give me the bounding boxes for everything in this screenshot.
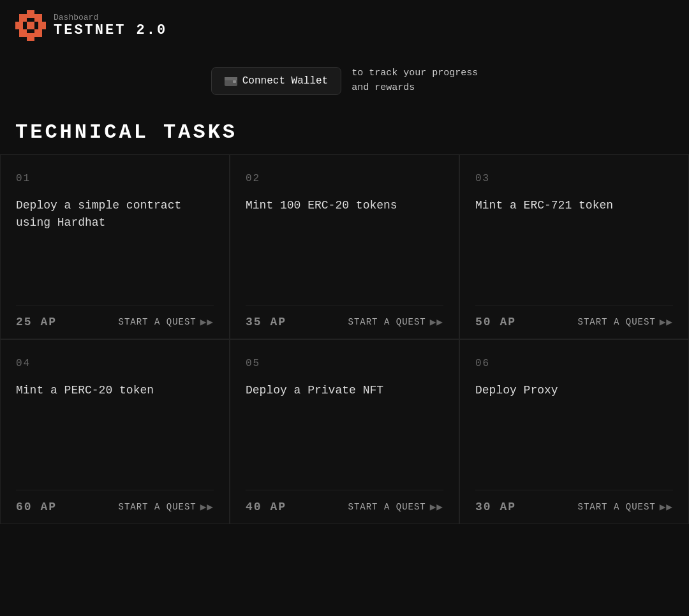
task-footer: 35 AP START A QUEST ▶▶	[246, 305, 443, 339]
svg-rect-3	[15, 22, 23, 29]
start-quest-button[interactable]: START A QUEST ▶▶	[348, 501, 443, 513]
svg-rect-5	[38, 22, 46, 29]
connect-tagline: to track your progress and rewards	[352, 66, 478, 95]
svg-rect-7	[34, 29, 42, 37]
start-quest-label: START A QUEST	[348, 502, 426, 512]
task-footer: 50 AP START A QUEST ▶▶	[475, 305, 673, 339]
connect-section: Connect Wallet to track your progress an…	[0, 51, 689, 105]
wallet-icon	[225, 76, 237, 86]
header: Dashboard TESTNET 2.0	[0, 0, 689, 51]
svg-rect-2	[34, 14, 42, 22]
logo-icon	[15, 10, 46, 41]
start-quest-button[interactable]: START A QUEST ▶▶	[119, 316, 214, 328]
task-footer: 40 AP START A QUEST ▶▶	[246, 490, 443, 524]
dashboard-label: Dashboard	[54, 13, 167, 22]
task-title: Deploy a Private NFT	[246, 382, 443, 490]
connect-wallet-button[interactable]: Connect Wallet	[211, 67, 341, 95]
svg-rect-0	[27, 10, 34, 18]
start-quest-label: START A QUEST	[119, 502, 196, 512]
task-title: Deploy Proxy	[475, 382, 673, 490]
header-text: Dashboard TESTNET 2.0	[54, 13, 167, 38]
start-quest-label: START A QUEST	[119, 317, 196, 327]
task-card-3: 03 Mint a ERC-721 token 50 AP START A QU…	[459, 154, 689, 339]
connect-wallet-label: Connect Wallet	[242, 75, 328, 87]
task-title: Mint a ERC-721 token	[475, 197, 673, 305]
task-card-5: 05 Deploy a Private NFT 40 AP START A QU…	[230, 339, 459, 524]
task-footer: 60 AP START A QUEST ▶▶	[16, 490, 214, 524]
svg-rect-10	[225, 77, 237, 80]
ap-value: 25 AP	[16, 316, 57, 328]
arrow-icon: ▶▶	[200, 501, 214, 513]
task-number: 02	[246, 173, 443, 184]
task-card-2: 02 Mint 100 ERC-20 tokens 35 AP START A …	[230, 154, 459, 339]
app-title: TESTNET 2.0	[54, 22, 167, 38]
task-card-6: 06 Deploy Proxy 30 AP START A QUEST ▶▶	[459, 339, 689, 524]
start-quest-label: START A QUEST	[348, 317, 426, 327]
task-number: 03	[475, 173, 673, 184]
ap-value: 60 AP	[16, 501, 57, 513]
ap-value: 50 AP	[475, 316, 516, 328]
start-quest-label: START A QUEST	[578, 502, 656, 512]
start-quest-button[interactable]: START A QUEST ▶▶	[578, 501, 673, 513]
task-number: 05	[246, 358, 443, 369]
svg-rect-4	[27, 22, 34, 29]
svg-rect-11	[233, 80, 236, 83]
tasks-grid: 01 Deploy a simple contract using Hardha…	[0, 154, 689, 524]
task-title: Deploy a simple contract using Hardhat	[16, 197, 214, 305]
task-title: Mint 100 ERC-20 tokens	[246, 197, 443, 305]
arrow-icon: ▶▶	[200, 316, 214, 328]
task-number: 04	[16, 358, 214, 369]
arrow-icon: ▶▶	[430, 501, 443, 513]
arrow-icon: ▶▶	[660, 501, 673, 513]
arrow-icon: ▶▶	[430, 316, 443, 328]
start-quest-button[interactable]: START A QUEST ▶▶	[119, 501, 214, 513]
task-card-4: 04 Mint a PERC-20 token 60 AP START A QU…	[0, 339, 230, 524]
task-number: 01	[16, 173, 214, 184]
task-footer: 25 AP START A QUEST ▶▶	[16, 305, 214, 339]
task-number: 06	[475, 358, 673, 369]
start-quest-button[interactable]: START A QUEST ▶▶	[348, 316, 443, 328]
arrow-icon: ▶▶	[660, 316, 673, 328]
ap-value: 40 AP	[246, 501, 286, 513]
start-quest-label: START A QUEST	[578, 317, 656, 327]
task-title: Mint a PERC-20 token	[16, 382, 214, 490]
ap-value: 35 AP	[246, 316, 286, 328]
section-title: TECHNICAL TASKS	[0, 105, 689, 154]
ap-value: 30 AP	[475, 501, 516, 513]
task-footer: 30 AP START A QUEST ▶▶	[475, 490, 673, 524]
svg-rect-1	[19, 14, 27, 22]
svg-rect-8	[27, 33, 34, 41]
svg-rect-6	[19, 29, 27, 37]
start-quest-button[interactable]: START A QUEST ▶▶	[578, 316, 673, 328]
task-card-1: 01 Deploy a simple contract using Hardha…	[0, 154, 230, 339]
